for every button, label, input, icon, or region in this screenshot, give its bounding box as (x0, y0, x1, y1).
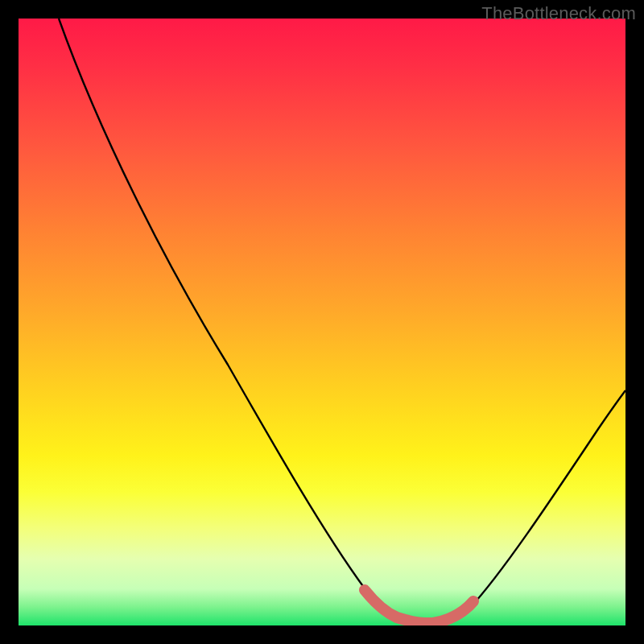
curve-layer (19, 19, 625, 625)
optimal-band (365, 590, 473, 623)
plot-area (19, 19, 625, 625)
bottleneck-curve (59, 19, 625, 624)
chart-frame (19, 19, 625, 625)
watermark-text: TheBottleneck.com (481, 3, 636, 24)
